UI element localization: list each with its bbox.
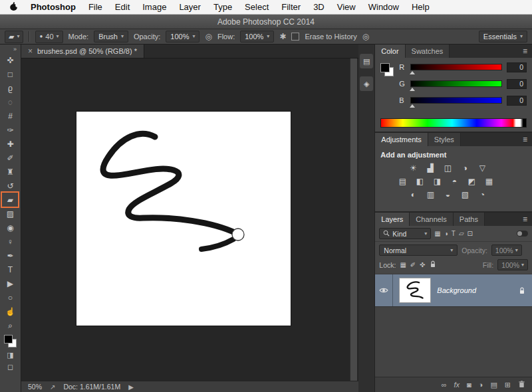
flow-select[interactable]: 100% ▾ — [240, 31, 274, 43]
blend-mode-select[interactable]: Normal ▾ — [379, 245, 458, 256]
lock-position-icon[interactable]: ✜ — [420, 261, 425, 268]
adjustment-curves-icon[interactable]: ◫ — [443, 163, 452, 173]
clone-stamp-tool[interactable]: ♜ — [2, 165, 18, 179]
type-tool[interactable]: T — [2, 262, 18, 276]
adjustment-levels-icon[interactable]: ▟ — [426, 163, 435, 173]
erase-to-history-checkbox[interactable] — [291, 33, 299, 41]
color-spectrum-ramp[interactable] — [380, 118, 527, 128]
adjustment-channel-mixer-icon[interactable]: ◩ — [467, 177, 476, 186]
layer-fill-field[interactable]: 100% ▾ — [497, 259, 528, 270]
vertical-scrollbar[interactable] — [350, 58, 357, 381]
menu-layer[interactable]: Layer — [179, 2, 201, 12]
lock-image-pixels-icon[interactable]: ✐ — [410, 261, 416, 268]
pen-tool[interactable]: ✒ — [2, 248, 18, 262]
document-tab[interactable]: × brushes.psd @ 50% (RGB/8) * — [21, 45, 144, 58]
eraser-tool[interactable]: ▰ — [2, 193, 18, 207]
menu-help[interactable]: Help — [412, 2, 430, 12]
channel-r-slider-thumb[interactable] — [410, 71, 415, 74]
filter-smart-objects-icon[interactable]: ⊡ — [467, 230, 473, 237]
channel-g-value[interactable]: 0 — [507, 79, 527, 89]
new-layer-icon[interactable]: ⊞ — [505, 381, 511, 389]
channel-b-slider-thumb[interactable] — [410, 104, 415, 108]
adjustment-selective-color-icon[interactable]: ◔ — [477, 190, 487, 199]
zoom-tool[interactable]: ⌕ — [2, 318, 18, 332]
filter-pixel-layers-icon[interactable]: ▦ — [434, 230, 440, 237]
channel-g-slider-thumb[interactable] — [410, 88, 415, 91]
workspace-switcher[interactable]: Essentials ▾ — [479, 31, 527, 43]
menu-filter[interactable]: Filter — [281, 2, 301, 12]
filter-type-layers-icon[interactable]: T — [452, 230, 456, 237]
adjustment-vibrance-icon[interactable]: ▽ — [477, 163, 487, 173]
new-adjustment-layer-icon[interactable]: ◑ — [479, 381, 483, 389]
lock-all-icon[interactable] — [430, 260, 436, 269]
layer-thumbnail[interactable] — [399, 278, 431, 303]
brush-preset-picker[interactable]: ● 40 ▾ — [35, 31, 63, 43]
foreground-color-swatch[interactable] — [4, 335, 13, 343]
tab-paths[interactable]: Paths — [454, 213, 485, 226]
menu-edit[interactable]: Edit — [115, 2, 130, 12]
spot-healing-brush-tool[interactable]: ✚ — [2, 137, 18, 151]
eyedropper-tool[interactable]: ✑ — [2, 123, 18, 137]
adjustment-brightness-contrast-icon[interactable]: ☀ — [408, 163, 418, 173]
panel-menu-icon[interactable]: ≡ — [518, 213, 532, 226]
status-menu-arrow-icon[interactable]: ▶ — [128, 383, 134, 391]
opacity-select[interactable]: 100% ▾ — [166, 31, 200, 43]
adjustment-hue-saturation-icon[interactable]: ▤ — [398, 177, 407, 186]
dodge-tool[interactable]: ♀ — [2, 235, 18, 248]
tab-swatches[interactable]: Swatches — [406, 45, 450, 58]
menu-type[interactable]: Type — [213, 2, 232, 12]
tablet-pressure-opacity-icon[interactable]: ◎ — [205, 32, 211, 41]
layer-filter-kind-select[interactable]: Kind ▾ — [379, 228, 431, 239]
status-share-icon[interactable]: ↗ — [50, 383, 55, 391]
ellipse-tool[interactable]: ○ — [2, 290, 18, 304]
layer-filter-toggle[interactable] — [517, 231, 528, 237]
rectangular-marquee-tool[interactable]: □ — [2, 67, 18, 81]
layer-opacity-field[interactable]: 100% ▾ — [491, 245, 522, 256]
layer-effects-icon[interactable]: fx — [454, 381, 460, 389]
airbrush-icon[interactable]: ✱ — [279, 32, 286, 41]
history-brush-tool[interactable]: ↺ — [2, 179, 18, 193]
filter-shape-layers-icon[interactable]: ▱ — [459, 230, 464, 237]
channel-r-slider[interactable] — [410, 64, 502, 70]
adjustment-color-lookup-icon[interactable]: ▦ — [484, 177, 493, 186]
move-tool[interactable]: ✜ — [2, 53, 18, 67]
close-icon[interactable]: × — [28, 47, 33, 56]
delete-layer-icon[interactable] — [518, 380, 525, 389]
adjustment-posterize-icon[interactable]: ▥ — [426, 190, 435, 199]
canvas[interactable] — [76, 112, 291, 326]
adjustment-exposure-icon[interactable]: ◑ — [460, 163, 469, 173]
panel-menu-icon[interactable]: ≡ — [518, 133, 532, 146]
adjustment-photo-filter-icon[interactable]: ◓ — [450, 177, 459, 186]
menu-3d[interactable]: 3D — [313, 2, 325, 12]
new-group-icon[interactable]: ▤ — [490, 381, 497, 389]
menu-view[interactable]: View — [337, 2, 356, 12]
tab-styles[interactable]: Styles — [428, 133, 461, 146]
zoom-level-field[interactable]: 50% — [28, 383, 42, 391]
path-selection-tool[interactable]: ▶ — [2, 276, 18, 290]
menu-window[interactable]: Window — [368, 2, 399, 12]
crop-tool[interactable]: # — [2, 109, 18, 123]
adjustment-black-white-icon[interactable]: ◨ — [432, 177, 442, 186]
layer-visibility-toggle[interactable] — [375, 274, 393, 306]
lasso-tool[interactable]: ϱ — [2, 81, 18, 95]
brush-tool[interactable]: ✐ — [2, 151, 18, 165]
filter-adjustment-layers-icon[interactable]: ◑ — [444, 230, 448, 237]
menu-file[interactable]: File — [88, 2, 102, 12]
toolbar-collapse-icon[interactable]: » — [13, 45, 21, 53]
blur-tool[interactable]: ◉ — [2, 221, 18, 235]
channel-b-value[interactable]: 0 — [507, 96, 527, 106]
tool-preset-button[interactable]: ▰ ▾ — [5, 31, 23, 43]
layer-row-background[interactable]: Background — [375, 274, 532, 307]
quick-mask-button[interactable]: ◨ — [7, 351, 13, 359]
tab-color[interactable]: Color — [375, 45, 405, 58]
channel-r-value[interactable]: 0 — [507, 62, 527, 72]
link-layers-icon[interactable]: ∞ — [442, 381, 447, 389]
mode-select[interactable]: Brush ▾ — [94, 31, 128, 43]
adjustment-gradient-map-icon[interactable]: ▧ — [460, 190, 469, 199]
quick-selection-tool[interactable]: ◌ — [2, 95, 18, 109]
lock-transparent-pixels-icon[interactable]: ▦ — [400, 261, 406, 268]
screen-mode-button[interactable]: ◻ — [7, 363, 13, 371]
menu-image[interactable]: Image — [142, 2, 166, 12]
tab-channels[interactable]: Channels — [410, 213, 453, 226]
gradient-tool[interactable]: ▨ — [2, 207, 18, 221]
